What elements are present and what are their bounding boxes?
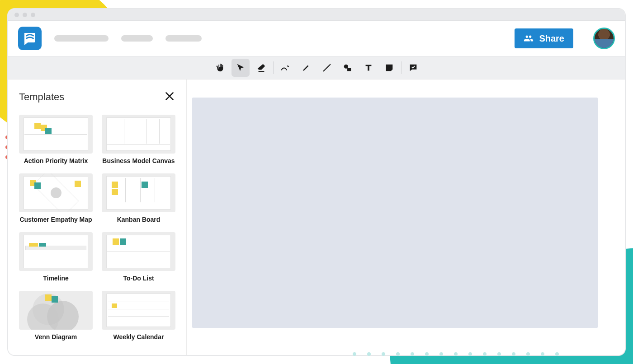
tool-shape[interactable] [339,59,357,77]
app-header: Share [8,21,625,56]
tool-pen[interactable] [276,59,294,77]
pen-icon [280,63,290,73]
template-business-model-canvas[interactable]: Business Model Canvas [102,115,175,164]
toolbar-separator-1 [273,61,274,74]
template-label: Business Model Canvas [102,157,175,164]
canvas-area [187,79,625,355]
close-icon [164,90,175,102]
template-weekly-calendar[interactable]: Weekly Calendar [102,291,175,341]
share-button[interactable]: Share [515,28,573,48]
template-action-priority-matrix[interactable]: Action Priority Matrix [19,115,93,164]
traffic-light-close[interactable] [14,13,19,17]
template-label: Venn Diagram [35,333,77,341]
template-venn-diagram[interactable]: Venn Diagram [19,291,93,341]
template-thumb [102,115,175,154]
template-thumb [19,291,93,330]
template-kanban-board[interactable]: Kanban Board [102,173,175,223]
template-label: Timeline [43,275,69,282]
template-label: Customer Empathy Map [19,216,92,223]
bg-decor-bottom-dots [353,352,597,356]
main-toolbar [8,56,625,79]
template-todo-list[interactable]: To-Do List [102,232,175,282]
template-label: Kanban Board [117,216,161,223]
traffic-light-max[interactable] [31,13,35,17]
tool-select[interactable] [231,59,250,77]
template-label: To-Do List [123,275,154,282]
tool-marker[interactable] [297,59,315,77]
template-label: Action Priority Matrix [24,157,88,164]
people-icon [524,33,534,43]
tool-hand[interactable] [211,59,229,77]
text-icon [364,63,373,73]
template-timeline[interactable]: Timeline [19,232,93,282]
close-panel-button[interactable] [164,90,175,104]
cursor-icon [236,63,246,73]
tool-text[interactable] [359,59,378,77]
share-button-label: Share [539,33,564,44]
content-area: Templates Action Priority Matrix [8,79,625,355]
templates-panel: Templates Action Priority Matrix [8,79,187,355]
app-logo[interactable] [18,27,42,50]
traffic-light-min[interactable] [23,13,27,17]
breadcrumb-placeholder-3 [165,35,202,42]
user-avatar[interactable] [593,28,615,49]
template-thumb [102,173,175,212]
breadcrumb-placeholder-1 [54,35,109,42]
template-customer-empathy-map[interactable]: Customer Empathy Map [19,173,93,223]
templates-title: Templates [19,91,64,103]
line-icon [322,63,332,73]
shape-icon [343,63,353,73]
window-titlebar [8,9,625,21]
templates-grid: Action Priority Matrix Business Model Ca… [19,115,175,341]
template-thumb [19,173,93,212]
app-window: Share [7,8,626,356]
svg-rect-1 [347,68,351,71]
comment-icon [408,63,418,73]
template-label: Weekly Calendar [113,333,164,341]
tool-comment[interactable] [404,59,422,77]
toolbar-separator-2 [401,61,402,74]
marker-icon [301,63,311,73]
logo-icon [22,30,38,47]
template-thumb [19,115,93,154]
sticky-note-icon [384,63,394,73]
tool-line[interactable] [318,59,336,77]
whiteboard-canvas[interactable] [192,98,598,328]
tool-sticky-note[interactable] [380,59,398,77]
breadcrumb-placeholder-2 [121,35,153,42]
eraser-icon [256,63,266,73]
template-thumb [102,232,175,271]
template-thumb [19,232,93,271]
hand-icon [215,63,225,73]
template-thumb [102,291,175,330]
tool-eraser[interactable] [252,59,270,77]
